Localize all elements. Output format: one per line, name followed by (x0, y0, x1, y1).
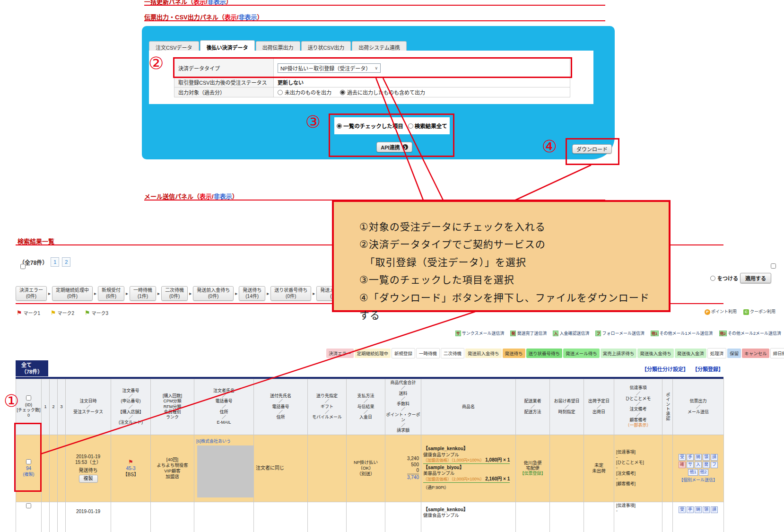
flow-awaiting-ship[interactable]: 発送待ち(14件) (239, 286, 265, 301)
row1-product-cell: 【sample_kenkou】 健康食品サンプル （加盟店価格）（1,000円×… (421, 435, 516, 502)
flow-new[interactable]: 新規受付(6件) (98, 286, 124, 301)
csv-show-link[interactable]: 表示 (225, 14, 237, 21)
arrow-right-icon: ❯ (402, 144, 408, 150)
csv-hide-link[interactable]: 非表示 (238, 14, 257, 21)
flow-arrow-icon: ▸ (157, 291, 160, 296)
legend-thanks-mail: ササンクスメール送信済 (455, 330, 505, 336)
slip-button[interactable]: 請 (711, 454, 718, 461)
status-chip: 送り状番号待ち (526, 349, 563, 358)
slip-button[interactable]: 請 (711, 506, 718, 513)
row2-checkbox[interactable] (26, 503, 31, 508)
header-mark2: 2 (50, 379, 58, 435)
select-all-checkbox[interactable] (20, 264, 26, 269)
scope-checked-items-radio[interactable] (337, 123, 342, 129)
apply-mark-radio[interactable] (710, 276, 715, 281)
header-select-all-checkbox[interactable] (26, 395, 31, 401)
product2-code: 【sample_biyou】 (423, 465, 515, 471)
legend-shipped-mail: 発発送完了送信済 (510, 330, 547, 336)
follow-mail-icon: フ (595, 331, 601, 336)
export-include-past-radio[interactable] (340, 90, 345, 95)
status-after-export-value: 更新しない (274, 78, 570, 87)
header-order-number: 注文番号 ／ (申込番号) ／ 【購入店舗】 ／ (注文ルート) (111, 379, 151, 435)
slip-button[interactable]: 納 (695, 454, 702, 461)
flow-pre-ship-payment[interactable]: 発送前入金待ち(0件) (193, 286, 234, 301)
row1-checkbox[interactable] (26, 459, 31, 464)
instruction-callout: ①対象の受注データにチェックを入れる ②決済データタイプでご契約サービスの 「取… (332, 200, 671, 312)
mail-button[interactable]: 確 (679, 462, 686, 468)
other2-mail-icon: 他2 (719, 331, 727, 336)
scope-all-results-radio[interactable] (408, 123, 413, 129)
red-flag-icon: ⚑ (17, 309, 22, 316)
legend-other1-mail: 他1その他メール1メール送信済 (651, 330, 713, 336)
row1-customer-link[interactable]: [6]株式会社あいう (196, 439, 231, 444)
legend-other2-mail: 他2その他メール2メール送信済 (719, 330, 781, 336)
mail-button[interactable]: 他1 (688, 469, 697, 476)
status-chip: 発送待ち (503, 349, 525, 358)
mail-button[interactable]: 他2 (699, 469, 708, 476)
slip-button[interactable]: 手 (687, 506, 694, 513)
flow-hold1[interactable]: 一時待機(1件) (130, 286, 156, 301)
row1-point-approval-cell (662, 435, 673, 502)
row1-slip-register-link[interactable]: 【伝票登録】 (516, 471, 549, 476)
payment-data-type-select[interactable]: NP掛け払い－取引登録（受注データ） ∨ (278, 63, 381, 73)
green-flag-icon: ⚑ (85, 309, 90, 316)
memo-partial-link[interactable]: （一部表示） (615, 423, 662, 428)
status-chip: 締日経過分 (770, 348, 784, 358)
export-unsent-radio[interactable] (278, 90, 283, 95)
page-2-button[interactable]: 2 (62, 257, 70, 267)
flow-arrow-icon: ▸ (48, 291, 51, 296)
scope-all-results[interactable]: 検索結果全て (408, 122, 447, 130)
page-1-button[interactable]: 1 (51, 257, 59, 267)
header-slip-output: 伝票出力 ／ メール送信 (673, 379, 724, 435)
flow-hold2[interactable]: 二次待機(0件) (161, 286, 188, 301)
header-check: (ID) [チェック数] 0 (16, 379, 42, 435)
classification-register-link[interactable]: 【分類登録】 (692, 365, 723, 373)
header-delivery-date: お届け希望日 ／ 時刻指定 (550, 379, 584, 435)
masked-customer-info (197, 445, 254, 497)
status-color-legend: 決済エラー 定期継続処理中 新規登録 一時待機 二次待機 発送前入金待ち 発送待… (326, 348, 784, 358)
legend-follow-mail: フフォローメール送信済 (595, 330, 645, 336)
flow-recurring[interactable]: 定期継続処理中(0件) (52, 286, 93, 301)
header-order-datetime: 注文日時 ／ 受注ステータス (66, 379, 111, 435)
slip-button[interactable]: 受 (679, 454, 686, 461)
mark1-item: ⚑ マーク1 (17, 309, 40, 316)
slip-button[interactable]: 納 (695, 506, 702, 513)
slip-button[interactable]: 手 (687, 454, 694, 461)
individual-mail-link[interactable]: 【個別メール送信】 (673, 478, 723, 483)
slip-button[interactable]: 受 (679, 506, 686, 513)
right-option-checkbox[interactable] (771, 263, 776, 269)
payment-data-form: 決済データタイプ NP掛け払い－取引登録（受注データ） ∨ 取引登録CSV出力後… (174, 58, 570, 97)
flow-arrow-icon: ▸ (267, 291, 269, 296)
classification-sort-link[interactable]: 【分類仕分け設定】 (642, 365, 688, 373)
export-target-label: 出力対象（過去分） (174, 87, 274, 97)
pagination: （全78件） 1 2 (19, 257, 70, 267)
row1-copy-button[interactable]: 複製 (79, 475, 98, 483)
row1-store: 【BS】 (123, 472, 139, 477)
slip-button[interactable]: 領 (703, 506, 710, 513)
flow-payment-error[interactable]: 決済エラー(0件) (16, 286, 47, 301)
mail-button[interactable]: サ (687, 462, 694, 468)
row1-order-number-link[interactable]: 45-3 (126, 466, 135, 471)
apply-button[interactable]: 適用する (740, 273, 771, 283)
row1-mark3-cell (58, 435, 66, 502)
row1-status: 発送待ち (66, 468, 110, 474)
slip-button[interactable]: 領 (703, 454, 710, 461)
mail-button[interactable]: フ (711, 462, 718, 468)
api-link-button[interactable]: API連携 ❯ (376, 142, 412, 152)
row1-order-number-cell: ⚑ 45-3 【BS】 (111, 435, 151, 502)
mail-panel-title: メール送信パネル (144, 193, 193, 200)
row1-copy-link[interactable]: (複製) (23, 472, 35, 477)
mail-hide-link[interactable]: 非表示 (214, 193, 232, 200)
row1-id-link[interactable]: 94 (26, 466, 31, 471)
mail-button[interactable]: 入 (695, 462, 702, 468)
scope-checked-items[interactable]: 一覧のチェックした項目 (337, 122, 403, 130)
header-ship-to: 送付先氏名 ／ 電話番号 ／ 住所 (254, 379, 308, 435)
download-button[interactable]: ダウンロード (572, 144, 612, 154)
apply-mark-label: をつける (717, 274, 738, 282)
yellow-flag-icon: ⚑ (51, 309, 56, 316)
mail-button[interactable]: 発 (703, 462, 710, 468)
flow-awaiting-tracking[interactable]: 送り状番号待ち(0件) (270, 286, 311, 301)
tab-all-orders[interactable]: 全て （78件） (16, 360, 48, 376)
mail-show-link[interactable]: 表示 (200, 193, 212, 200)
row1-amount-cell: 3,240 500 0 3,740 (385, 435, 421, 502)
